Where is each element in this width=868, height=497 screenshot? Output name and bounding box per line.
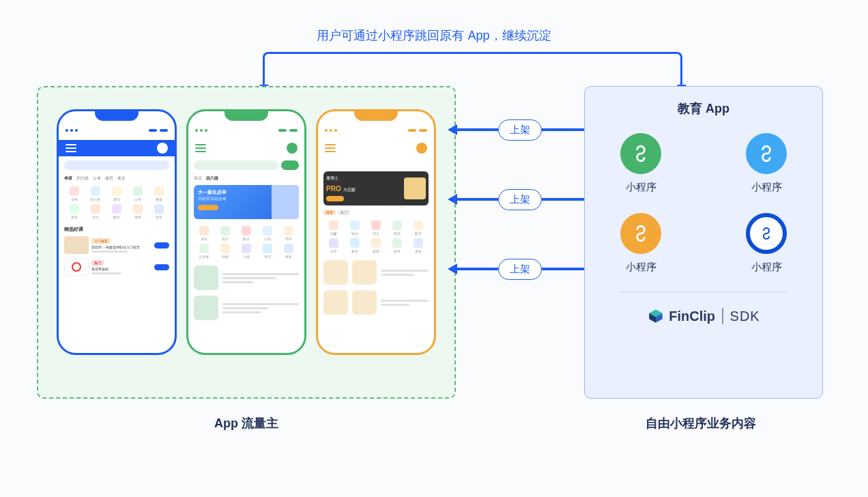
miniprogram-icon: [620, 133, 661, 174]
phone-mockup-3: 雁博士 PRO大启蒙 推荐热门 启蒙 绘本 语文 英语 数学 识字 拼音 思维 …: [316, 109, 436, 355]
icon-grid: 全科 四六级 暑假 公考 雅思 英语 语文 数学 考研 更多: [59, 182, 175, 223]
avatar-icon: [157, 143, 168, 154]
menu-icon: [325, 144, 336, 152]
phone-header: [59, 140, 175, 156]
course-card: 热门 英语零基础: [64, 258, 169, 276]
separator: [722, 308, 723, 324]
miniprogram-item: 小程序: [620, 133, 661, 194]
section-title: 精选好课: [59, 223, 175, 234]
miniprogram-item: 小程序: [746, 213, 787, 274]
search-row: [59, 156, 175, 174]
divider: [620, 292, 787, 292]
banner: 大一新生必学 四级零基础攻略: [194, 185, 299, 219]
enroll-button: [154, 242, 169, 248]
arrow-3: 上架: [456, 268, 584, 270]
right-panel: 教育 App 小程序 小程序 小程序 小程序: [584, 86, 823, 399]
arrow-label: 上架: [498, 189, 542, 210]
search-input: [64, 160, 169, 170]
miniprogram-item: 小程序: [746, 133, 787, 194]
category-tabs: 考研 四六级 公考 雅思 更多: [59, 174, 175, 182]
menu-icon: [66, 144, 76, 152]
finclip-logo: FinClip: [647, 307, 715, 325]
finclip-logo-icon: [647, 307, 665, 325]
left-panel: 考研 四六级 公考 雅思 更多 全科 四六级 暑假 公考 雅思 英语 语文 数学…: [37, 86, 456, 399]
arrow-label: 上架: [498, 259, 542, 280]
search-button: [281, 160, 299, 170]
phone-header: [188, 140, 304, 156]
course-card: 入门推荐 2023年一级建造师职业入门指导: [64, 236, 169, 254]
enroll-button: [154, 264, 169, 270]
miniprogram-grid: 小程序 小程序 小程序 小程序: [598, 133, 809, 274]
arrow-label: 上架: [498, 119, 542, 141]
phone-mockup-2: 英语四六级··· 大一新生必学 四级零基础攻略 英语 语文 数学 口语 写作 公…: [186, 109, 306, 355]
phone-header: [318, 140, 434, 156]
top-caption: 用户可通过小程序跳回原有 App，继续沉淀: [317, 27, 551, 44]
right-title: 教育 App: [678, 100, 729, 117]
phone-notch: [95, 111, 139, 121]
arrow-1: 上架: [456, 128, 584, 131]
right-caption: 自由小程序业务内容: [584, 415, 818, 431]
miniprogram-item: 小程序: [620, 213, 661, 274]
miniprogram-icon: [620, 213, 661, 254]
miniprogram-icon: [746, 133, 787, 174]
phone-mockup-1: 考研 四六级 公考 雅思 更多 全科 四六级 暑假 公考 雅思 英语 语文 数学…: [57, 109, 177, 355]
sdk-label: FinClip SDK: [647, 307, 760, 325]
arrow-2: 上架: [456, 198, 584, 201]
menu-icon: [195, 144, 206, 152]
banner: 雁博士 PRO大启蒙: [323, 171, 429, 205]
left-caption: App 流量主: [37, 415, 456, 431]
miniprogram-icon: [746, 213, 787, 254]
status-bar: [59, 122, 175, 139]
top-connector: [263, 52, 682, 85]
